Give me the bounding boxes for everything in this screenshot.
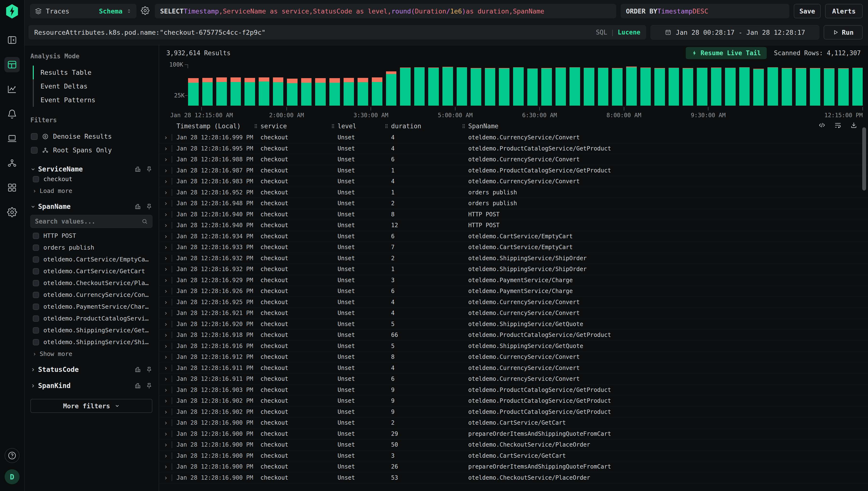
spanname-value[interactable]: oteldemo.CurrencyService/Con… [30, 289, 152, 301]
spanname-value[interactable]: oteldemo.CartService/EmptyCa… [30, 254, 152, 265]
expand-row-chevron[interactable]: › [164, 310, 168, 316]
histogram-bar[interactable] [273, 63, 283, 106]
histogram-bar[interactable] [188, 63, 199, 106]
expand-row-chevron[interactable]: › [164, 200, 168, 206]
checkbox[interactable] [33, 244, 39, 251]
checkbox[interactable] [33, 339, 39, 345]
expand-row-chevron[interactable]: › [164, 441, 168, 448]
pin-icon[interactable] [146, 203, 152, 210]
mode-event-patterns[interactable]: Event Patterns [34, 93, 152, 107]
histogram-bar[interactable] [768, 63, 778, 106]
alerts-button[interactable]: Alerts [825, 4, 863, 18]
histogram-bar[interactable] [457, 63, 467, 106]
resume-live-tail-button[interactable]: Resume Live Tail [686, 47, 767, 59]
table-row[interactable]: ›Jan 28 12:28:16.932 PMcheckoutUnset2ote… [159, 253, 868, 264]
checkbox[interactable] [33, 176, 39, 182]
histogram-bar[interactable] [343, 63, 354, 106]
histogram-bar[interactable] [782, 63, 792, 106]
checkbox[interactable] [33, 268, 39, 275]
expand-row-chevron[interactable]: › [164, 222, 168, 228]
histogram-bar[interactable] [329, 63, 340, 106]
table-row[interactable]: ›Jan 28 12:28:16.987 PMcheckoutUnset1ote… [159, 165, 868, 176]
histogram-bar[interactable] [725, 63, 736, 106]
histogram-bar[interactable] [216, 63, 227, 106]
expand-row-chevron[interactable]: › [164, 156, 168, 163]
servicename-value-checkout[interactable]: checkout [30, 173, 152, 185]
table-row[interactable]: ›Jan 28 12:28:16.933 PMcheckoutUnset7ote… [159, 242, 868, 253]
root-spans-toggle[interactable]: Root Spans Only [30, 143, 152, 157]
histogram-icon[interactable] [134, 382, 141, 389]
alerts-bell-icon[interactable] [4, 106, 20, 121]
col-timestamp[interactable]: Timestamp (Local) [177, 122, 254, 130]
spanname-value[interactable]: oteldemo.ShippingService/Get… [30, 324, 152, 336]
histogram-bar[interactable] [428, 63, 439, 106]
expand-row-chevron[interactable]: › [164, 145, 168, 152]
histogram-bar[interactable] [640, 63, 651, 106]
group-statuscode[interactable]: StatusCode [30, 366, 152, 374]
expand-row-chevron[interactable]: › [164, 431, 168, 437]
expand-row-chevron[interactable]: › [164, 474, 168, 481]
histogram-bar[interactable] [541, 63, 552, 106]
save-button[interactable]: Save [794, 4, 821, 18]
histogram-bar[interactable] [527, 63, 538, 106]
drag-handle-icon[interactable] [462, 124, 465, 128]
select-clause-editor[interactable]: SELECT Timestamp, ServiceName as service… [155, 4, 616, 18]
client-sessions-icon[interactable] [4, 131, 20, 146]
histogram-bar[interactable] [400, 63, 411, 106]
histogram-bar[interactable] [852, 63, 863, 106]
expand-row-chevron[interactable]: › [164, 376, 168, 382]
more-filters-button[interactable]: More filters [30, 399, 152, 413]
expand-row-chevron[interactable]: › [164, 409, 168, 415]
table-row[interactable]: ›Jan 28 12:28:16.912 PMcheckoutUnset8ote… [159, 352, 868, 363]
expand-row-chevron[interactable]: › [164, 332, 168, 338]
checkbox[interactable] [33, 292, 39, 298]
histogram-bar[interactable] [358, 63, 368, 106]
root-spans-checkbox[interactable] [31, 147, 38, 154]
spanname-value[interactable]: oteldemo.CartService/GetCart [30, 265, 152, 277]
col-level[interactable]: level [331, 122, 385, 130]
histogram-bar[interactable] [810, 63, 820, 106]
col-duration[interactable]: duration [385, 122, 462, 130]
histogram-bar[interactable] [259, 63, 269, 106]
histogram-bar[interactable] [372, 63, 382, 106]
histogram-bar[interactable] [796, 63, 806, 106]
show-more-link[interactable]: › Show more [30, 348, 152, 357]
histogram-bar[interactable] [753, 63, 764, 106]
histogram-bar[interactable] [584, 63, 594, 106]
spanname-value[interactable]: oteldemo.ShippingService/Shi… [30, 336, 152, 348]
expand-row-chevron[interactable]: › [164, 255, 168, 261]
checkbox[interactable] [33, 315, 39, 322]
order-by-editor[interactable]: ORDER BY Timestamp DESC [621, 4, 789, 18]
mode-results-table[interactable]: Results Table [34, 66, 152, 79]
histogram-bar[interactable] [711, 63, 722, 106]
table-row[interactable]: ›Jan 28 12:28:16.900 PMcheckoutUnset3ote… [159, 451, 868, 462]
histogram-bar[interactable] [838, 63, 849, 106]
histogram-bar[interactable] [668, 63, 679, 106]
table-row[interactable]: ›Jan 28 12:28:16.903 PMcheckoutUnset9ote… [159, 385, 868, 396]
expand-row-chevron[interactable]: › [164, 277, 168, 283]
histogram-bar[interactable] [824, 63, 835, 106]
table-row[interactable]: ›Jan 28 12:28:16.900 PMcheckoutUnset53ot… [159, 472, 868, 484]
expand-row-chevron[interactable]: › [164, 266, 168, 272]
table-row[interactable]: ›Jan 28 12:28:16.902 PMcheckoutUnset9ote… [159, 407, 868, 418]
table-row[interactable]: ›Jan 28 12:28:16.940 PMcheckoutUnset12HT… [159, 220, 868, 231]
table-row[interactable]: ›Jan 28 12:28:16.900 PMcheckoutUnset50ot… [159, 439, 868, 451]
expand-row-chevron[interactable]: › [164, 354, 168, 360]
expand-row-chevron[interactable]: › [164, 233, 168, 239]
code-icon[interactable] [818, 121, 826, 129]
histogram-bar[interactable] [513, 63, 524, 106]
histogram-bar[interactable] [697, 63, 708, 106]
denoise-checkbox[interactable] [31, 133, 38, 140]
table-row[interactable]: ›Jan 28 12:28:16.940 PMcheckoutUnset8HTT… [159, 209, 868, 220]
user-avatar[interactable]: D [5, 469, 20, 484]
group-spanname[interactable]: SpanName [30, 203, 152, 210]
spanname-value[interactable]: oteldemo.PaymentService/Char… [30, 301, 152, 313]
expand-row-chevron[interactable]: › [164, 299, 168, 305]
run-button[interactable]: Run [824, 25, 863, 39]
settings-gear-icon[interactable] [4, 204, 20, 220]
download-icon[interactable] [850, 121, 858, 129]
table-row[interactable]: ›Jan 28 12:28:16.920 PMcheckoutUnset5ote… [159, 319, 868, 330]
expand-row-chevron[interactable]: › [164, 244, 168, 250]
drag-handle-icon[interactable] [385, 124, 388, 128]
mode-event-deltas[interactable]: Event Deltas [34, 79, 152, 93]
